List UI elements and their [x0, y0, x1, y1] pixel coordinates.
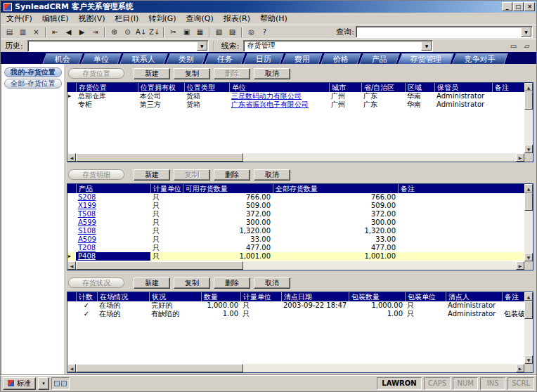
new-icon[interactable]: ▤ — [3, 26, 16, 38]
vertical-scrollbar[interactable]: ▲▼ — [524, 83, 533, 153]
previous-record-icon[interactable]: ◀ — [62, 26, 75, 38]
menu-view[interactable]: 视图(V) — [73, 12, 110, 25]
tab-opportunity[interactable]: 机会 — [42, 53, 82, 64]
menu-columns[interactable]: 栏目(I) — [110, 12, 144, 25]
horizontal-scrollbar[interactable]: ◀▶ — [67, 153, 524, 162]
scrollbar-track[interactable] — [524, 301, 533, 355]
detail-new-button[interactable]: 新建 — [134, 169, 170, 181]
standard-toolbar-button[interactable]: 标准 — [3, 377, 36, 390]
location-copy-button[interactable]: 复制 — [174, 68, 210, 79]
tray-icon[interactable] — [61, 381, 67, 386]
cell-link[interactable]: T208 — [76, 244, 150, 252]
location-new-button[interactable]: 新建 — [134, 68, 170, 79]
cell-link[interactable]: 三星数码动力有限公司 — [229, 92, 329, 100]
tab-category[interactable]: 类别 — [166, 53, 206, 64]
menu-reports[interactable]: 报表(R) — [219, 12, 255, 25]
cut-icon[interactable]: ✂ — [167, 26, 180, 38]
scroll-left-button[interactable]: ◀ — [67, 153, 76, 162]
scroll-down-button[interactable]: ▼ — [524, 253, 533, 261]
scrollbar-thumb[interactable] — [76, 364, 243, 372]
status-cancel-button[interactable]: 取消 — [254, 277, 290, 289]
detail-delete-button[interactable]: 删除 — [214, 169, 250, 181]
vertical-scrollbar[interactable]: ▲▼ — [524, 184, 533, 261]
query-combobox[interactable]: ▼ — [356, 26, 533, 38]
sort-descending-icon[interactable]: Z↓ — [148, 26, 161, 38]
chevron-down-icon[interactable]: ▼ — [197, 41, 207, 51]
table-row[interactable]: X199只509.00509.00 — [67, 202, 524, 210]
scroll-left-button[interactable]: ◀ — [67, 364, 76, 372]
tray-icon[interactable] — [54, 381, 60, 386]
tab-task[interactable]: 任务 — [205, 53, 245, 64]
scrollbar-track[interactable] — [76, 153, 516, 162]
scroll-down-button[interactable]: ▼ — [524, 355, 533, 364]
cell-link[interactable]: P408 — [76, 252, 150, 261]
toolbar-dropdown-button[interactable]: ▾ — [38, 377, 49, 390]
table-row[interactable]: A509只33.0033.00 — [67, 235, 524, 244]
detail-cancel-button[interactable]: 取消 — [254, 169, 290, 181]
zoom-icon[interactable]: ⊙ — [121, 26, 134, 38]
menu-goto[interactable]: 转到(G) — [143, 12, 181, 25]
export-icon[interactable]: ▧ — [212, 26, 226, 38]
scrollbar-thumb[interactable] — [524, 192, 533, 211]
table-row[interactable]: T208只477.00477.00 — [67, 244, 524, 252]
scroll-right-button[interactable]: ▶ — [516, 153, 524, 162]
next-record-icon[interactable]: ▶ — [75, 26, 89, 38]
menu-query[interactable]: 查询(Q) — [181, 12, 219, 25]
scroll-right-button[interactable]: ▶ — [516, 364, 524, 372]
tab-calendar[interactable]: 日历 — [243, 53, 283, 64]
status-new-button[interactable]: 新建 — [134, 277, 170, 289]
delete-icon[interactable]: × — [30, 26, 43, 38]
tab-competitor[interactable]: 竞争对手 — [452, 53, 507, 64]
tab-company[interactable]: 单位 — [81, 53, 121, 64]
sidebar-item-all-inventory-locations[interactable]: 全部-存货位置 — [4, 79, 62, 89]
cell-link[interactable]: S108 — [76, 227, 150, 235]
print-icon[interactable]: ▥ — [16, 26, 30, 38]
help-icon[interactable]: ? — [258, 26, 271, 38]
first-record-icon[interactable]: ⇤ — [48, 26, 62, 38]
scrollbar-track[interactable] — [76, 261, 516, 270]
zoom-in-icon[interactable]: ⊕ — [108, 26, 121, 38]
find-icon[interactable]: ◎ — [245, 26, 258, 38]
scrollbar-track[interactable] — [524, 192, 533, 253]
cell-link[interactable]: A599 — [76, 218, 150, 227]
table-row[interactable]: ▸P408只1,001.001,001.00 — [67, 252, 524, 261]
form-icon[interactable]: ▱ — [520, 40, 533, 52]
chevron-down-icon[interactable]: ▼ — [521, 27, 531, 37]
table-row[interactable]: ▸总部仓库本公司货箱三星数码动力有限公司广州广东华南Administrator — [67, 92, 524, 100]
cell-link[interactable]: T508 — [76, 210, 150, 218]
clue-combobox[interactable]: 存货管理 ▼ — [243, 40, 433, 52]
scrollbar-thumb[interactable] — [524, 301, 533, 319]
scroll-right-button[interactable]: ▶ — [516, 261, 524, 270]
cell-link[interactable]: S208 — [76, 193, 150, 202]
table-row[interactable]: S208只766.00766.00 — [67, 193, 524, 202]
scrollbar-thumb[interactable] — [76, 153, 243, 162]
cell-link[interactable]: 广东省振兴电子有限公司 — [229, 100, 329, 109]
title-bar[interactable]: SynleadCRM 客户关系管理系统 _ □ × — [1, 1, 536, 13]
grid-icon[interactable]: ▨ — [226, 26, 239, 38]
table-row[interactable]: T508只372.00372.00 — [67, 210, 524, 218]
tab-product[interactable]: 产品 — [359, 53, 399, 64]
table-row[interactable]: ✓在场的有缺陷的1.00只1.00只Administrator包装破损 — [67, 310, 524, 318]
paste-icon[interactable]: ▦ — [193, 26, 207, 38]
menu-edit[interactable]: 编辑(E) — [37, 12, 74, 25]
table-row[interactable]: S108只1,320.001,320.00 — [67, 227, 524, 235]
table-row[interactable]: ✓在场的完好的1,000.00只2003-09-22 18:471,000.00… — [67, 301, 524, 310]
last-record-icon[interactable]: ⇥ — [89, 26, 102, 38]
minimize-button[interactable]: _ — [502, 2, 512, 11]
scroll-up-button[interactable]: ▲ — [524, 83, 533, 91]
sidebar-item-my-inventory-locations[interactable]: 我的-存货位置 — [4, 67, 62, 77]
scrollbar-track[interactable] — [76, 364, 516, 372]
table-row[interactable]: 专柜第三方货箱广东省振兴电子有限公司广州广东华南Administrator — [67, 100, 524, 109]
maximize-button[interactable]: □ — [513, 2, 524, 11]
scroll-left-button[interactable]: ◀ — [67, 261, 76, 270]
scrollbar-thumb[interactable] — [76, 261, 243, 270]
sort-ascending-icon[interactable]: A↓ — [134, 26, 148, 38]
scroll-up-button[interactable]: ▲ — [524, 292, 533, 301]
close-button[interactable]: × — [524, 2, 535, 11]
status-delete-button[interactable]: 删除 — [214, 277, 250, 289]
copy-icon[interactable]: ▣ — [180, 26, 193, 38]
window-icon[interactable]: ▭ — [507, 40, 520, 52]
menu-file[interactable]: 文件(F) — [1, 12, 37, 25]
menu-help[interactable]: 帮助(H) — [255, 12, 292, 25]
location-cancel-button[interactable]: 取消 — [254, 68, 290, 79]
